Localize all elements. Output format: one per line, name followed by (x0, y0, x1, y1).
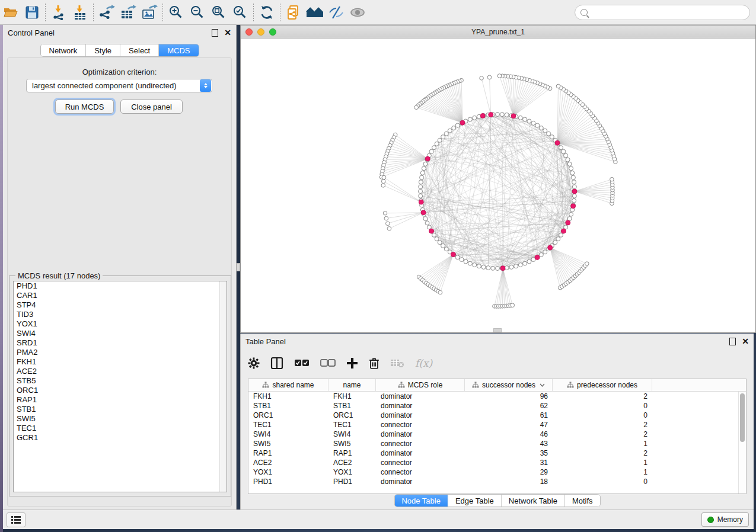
search-box[interactable] (575, 5, 750, 20)
network-window-title: YPA_prune.txt_1 (241, 28, 755, 36)
mcds-result-item[interactable]: PHD1 (14, 281, 227, 291)
search-input[interactable] (591, 7, 749, 18)
table-vertical-scrollbar[interactable] (738, 392, 746, 493)
tab-network[interactable]: Network (40, 44, 86, 56)
open-folder-icon[interactable] (0, 2, 21, 23)
show-columns-icon[interactable] (270, 357, 283, 370)
table-row[interactable]: SWI5SWI5connector431 (248, 439, 738, 448)
tab-mcds[interactable]: MCDS (159, 44, 198, 56)
toolbar-separator (45, 4, 46, 21)
export-image-icon[interactable] (139, 2, 160, 23)
network-graph[interactable] (241, 39, 755, 332)
tab-style[interactable]: Style (86, 44, 120, 56)
mcds-result-item[interactable]: TEC1 (14, 424, 227, 433)
table-panel-header: Table Panel ✕ (241, 334, 754, 349)
close-panel-button[interactable]: Close panel (120, 100, 183, 114)
show-panels-list-button[interactable] (7, 512, 25, 527)
zoom-in-icon[interactable] (165, 2, 187, 23)
mcds-result-item[interactable]: CAR1 (14, 291, 227, 300)
dropdown-stepper-icon (200, 79, 211, 92)
mcds-result-item[interactable]: ORC1 (14, 386, 227, 395)
network-window-titlebar[interactable]: YPA_prune.txt_1 (241, 25, 755, 39)
refresh-icon[interactable] (256, 2, 277, 23)
table-row[interactable]: RAP1RAP1dominator352 (248, 448, 738, 458)
tab-edge-table[interactable]: Edge Table (448, 495, 502, 507)
mcds-list-scrollbar[interactable] (219, 281, 227, 492)
mcds-result-item[interactable]: YOX1 (14, 319, 227, 329)
table-row[interactable]: ACE2ACE2connector311 (248, 458, 738, 467)
close-panel-icon[interactable]: ✕ (224, 28, 231, 37)
control-panel: Control Panel ✕ Network Style Select MCD… (3, 25, 237, 511)
duplicate-network-icon[interactable] (283, 2, 304, 23)
column-header-successor-nodes[interactable]: successor nodes (465, 379, 553, 391)
column-header-mcds-role[interactable]: MCDS role (376, 379, 465, 391)
tab-select[interactable]: Select (120, 44, 159, 56)
mcds-result-list[interactable]: PHD1CAR1STP4TID3YOX1SWI4SRD1PMA2FKH1ACE2… (13, 281, 227, 492)
selected-option: largest connected component (undirected) (27, 81, 200, 90)
table-column-headers: shared name name MCDS role successor nod… (248, 379, 746, 392)
hide-selected-icon[interactable] (326, 2, 347, 23)
mcds-result-item[interactable]: ACE2 (14, 367, 227, 376)
table-row[interactable]: YOX1YOX1connector291 (248, 467, 738, 477)
tab-network-table[interactable]: Network Table (502, 495, 565, 507)
optimization-criterion-select[interactable]: largest connected component (undirected) (26, 79, 212, 92)
network-column-icon (567, 382, 574, 389)
mcds-result-item[interactable]: RAP1 (14, 395, 227, 405)
mcds-result-item[interactable]: PMA2 (14, 348, 227, 357)
scrollbar-thumb[interactable] (740, 393, 745, 442)
export-network-icon[interactable] (96, 2, 117, 23)
vertical-sash-handle[interactable] (237, 263, 240, 271)
mcds-result-item[interactable]: STP4 (14, 300, 227, 310)
memory-button[interactable]: Memory (701, 512, 749, 527)
mcds-result-item[interactable]: FKH1 (14, 357, 227, 367)
run-mcds-button[interactable]: Run MCDS (55, 100, 114, 114)
export-table-icon[interactable] (117, 2, 139, 23)
function-builder-icon[interactable]: f(x) (415, 357, 432, 369)
control-panel-tabs: Network Style Select MCDS (40, 44, 199, 57)
import-network-icon[interactable] (48, 2, 69, 23)
sort-chevron-icon[interactable] (540, 383, 545, 387)
search-icon (580, 9, 588, 16)
table-row[interactable]: STB1STB1dominator620 (248, 401, 738, 411)
tab-node-table[interactable]: Node Table (394, 495, 448, 507)
select-all-icon[interactable] (294, 359, 310, 367)
zoom-selected-icon[interactable] (229, 2, 251, 23)
delete-table-icon[interactable] (390, 358, 404, 368)
table-row[interactable]: PHD1PHD1dominator180 (248, 477, 738, 486)
mcds-result-item[interactable]: SRD1 (14, 338, 227, 348)
table-row[interactable]: ORC1ORC1dominator610 (248, 411, 738, 420)
mcds-result-item[interactable]: STB5 (14, 376, 227, 386)
float-window-icon[interactable] (212, 29, 218, 37)
memory-status-dot (707, 517, 714, 523)
mcds-result-item[interactable]: SWI4 (14, 329, 227, 338)
control-panel-header: Control Panel ✕ (3, 25, 236, 40)
mcds-result-item[interactable]: TID3 (14, 310, 227, 319)
import-table-icon[interactable] (69, 2, 91, 23)
column-header-predecessor-nodes[interactable]: predecessor nodes (553, 379, 652, 391)
table-settings-gear-icon[interactable] (248, 357, 260, 369)
show-all-icon[interactable] (347, 2, 368, 23)
deselect-all-icon[interactable] (320, 359, 336, 367)
column-header-shared-name[interactable]: shared name (248, 379, 328, 391)
first-neighbors-icon[interactable] (304, 2, 326, 23)
zoom-fit-icon[interactable] (208, 2, 229, 23)
mcds-result-item[interactable]: STB1 (14, 405, 227, 414)
mcds-result-item[interactable]: GCR1 (14, 433, 227, 443)
float-window-icon[interactable] (729, 338, 736, 345)
horizontal-sash-handle[interactable] (493, 328, 502, 332)
delete-column-icon[interactable] (369, 357, 379, 370)
table-row[interactable]: TEC1TEC1connector472 (248, 420, 738, 430)
table-panel-title: Table Panel (245, 337, 286, 346)
table-row[interactable]: FKH1FKH1dominator962 (248, 392, 738, 401)
table-row[interactable]: SWI4SWI4dominator462 (248, 430, 738, 439)
tab-motifs[interactable]: Motifs (565, 495, 600, 507)
close-panel-icon[interactable]: ✕ (742, 337, 749, 345)
column-header-name[interactable]: name (328, 379, 376, 391)
mcds-result-item[interactable]: SWI5 (14, 414, 227, 424)
add-column-icon[interactable] (346, 357, 358, 369)
optimization-criterion-label: Optimization criterion: (3, 68, 236, 76)
save-icon[interactable] (21, 2, 43, 23)
status-bar: Memory (3, 509, 754, 529)
zoom-out-icon[interactable] (187, 2, 208, 23)
table-body: FKH1FKH1dominator962STB1STB1dominator620… (248, 392, 738, 493)
